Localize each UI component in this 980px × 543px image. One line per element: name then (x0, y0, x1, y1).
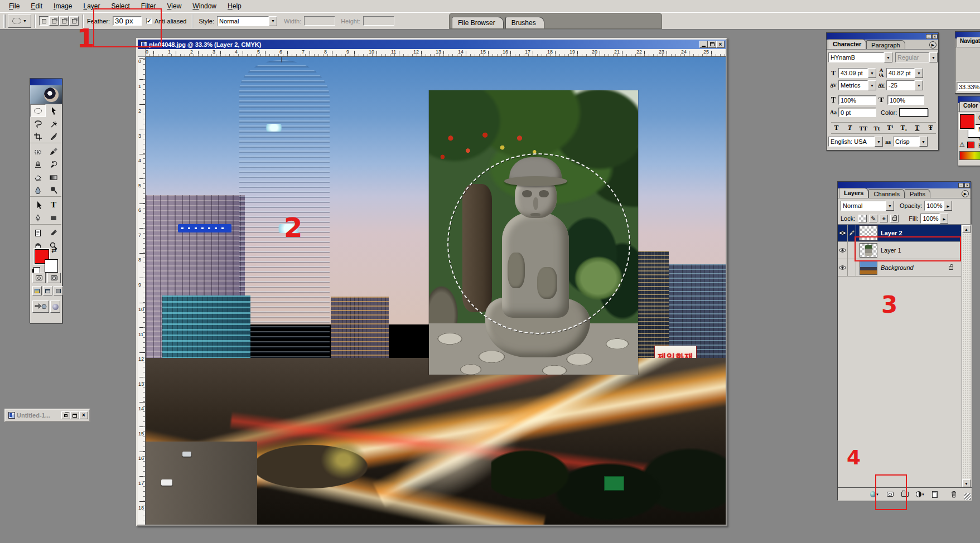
gamut-color-swatch[interactable] (967, 142, 974, 148)
options-bar-grip[interactable] (3, 14, 6, 28)
layer-thumbnail[interactable] (860, 260, 877, 275)
menu-view[interactable]: View (162, 1, 187, 11)
close-button[interactable]: × (932, 34, 938, 39)
color-ramp[interactable] (959, 151, 980, 160)
minimize-button[interactable]: – (926, 34, 931, 39)
tool-brush[interactable] (46, 145, 61, 158)
horizontal-scale-field[interactable]: 100% (887, 95, 924, 105)
close-button[interactable]: × (79, 411, 88, 419)
text-color-swatch[interactable] (899, 108, 928, 117)
fill-field[interactable]: 100%▶ (920, 214, 948, 224)
tab-color[interactable]: Color (959, 101, 980, 111)
tracking-dropdown[interactable]: -25▼ (886, 80, 923, 90)
tab-channels[interactable]: Channels (868, 189, 904, 198)
layer-row-background[interactable]: Background (838, 259, 961, 277)
layer-name[interactable]: Layer 2 (881, 230, 902, 236)
menu-window[interactable]: Window (187, 1, 222, 11)
scroll-up-icon[interactable]: ▲ (962, 225, 971, 233)
maximize-button[interactable] (70, 411, 79, 419)
adjustment-layer-button[interactable]: ▼ (916, 491, 925, 498)
tool-history-brush[interactable] (46, 158, 61, 171)
font-family-dropdown[interactable]: HYnamB▼ (828, 52, 892, 62)
close-button[interactable]: × (716, 41, 725, 48)
navigator-zoom-field[interactable]: 33.33% (957, 82, 980, 91)
swap-colors-icon[interactable]: ⇄ (51, 247, 56, 254)
vertical-scale-field[interactable]: 100% (838, 95, 876, 105)
foreground-color-swatch[interactable] (960, 114, 974, 129)
jump-to-imageready-button[interactable] (32, 300, 49, 313)
tool-slice[interactable] (46, 130, 61, 143)
canvas[interactable]: 제일화재 (146, 57, 726, 525)
tool-elliptical-marquee[interactable] (30, 104, 46, 117)
underline-button[interactable]: T (912, 123, 923, 133)
menu-help[interactable]: Help (222, 1, 247, 11)
language-dropdown[interactable]: English: USA▼ (828, 137, 883, 147)
visibility-toggle[interactable] (838, 259, 848, 277)
tool-move[interactable] (46, 104, 61, 117)
tab-file-browser[interactable]: File Browser (452, 17, 504, 28)
opacity-field[interactable]: 100%▶ (924, 201, 952, 211)
tool-lasso[interactable] (30, 117, 46, 130)
tool-shape[interactable] (46, 211, 61, 224)
gamut-warning-icon[interactable]: ⚠ (959, 141, 965, 148)
selection-mode-add[interactable] (49, 16, 59, 26)
superscript-button[interactable]: T¹ (885, 123, 896, 133)
palette-menu-icon[interactable]: ▶ (929, 41, 936, 49)
tool-crop[interactable] (30, 130, 46, 143)
subscript-button[interactable]: T₁ (899, 123, 909, 133)
fullscreen-menubar-button[interactable] (43, 286, 52, 295)
tab-paragraph[interactable]: Paragraph (866, 40, 905, 49)
tab-paths[interactable]: Paths (905, 189, 930, 198)
background-color-swatch[interactable] (45, 259, 58, 273)
document-titlebar[interactable]: pla04048.jpg @ 33.3% (Layer 2, CMYK) × (138, 40, 726, 49)
menu-file[interactable]: File (3, 1, 25, 11)
minimized-document-window[interactable]: Untitled-1... × (4, 409, 90, 422)
delete-layer-button[interactable] (949, 491, 958, 498)
tab-brushes[interactable]: Brushes (505, 17, 544, 28)
baseline-shift-field[interactable]: 0 pt (838, 108, 876, 117)
menu-image[interactable]: Image (48, 1, 78, 11)
tool-eraser[interactable] (30, 171, 46, 183)
toolbox-titlebar[interactable] (30, 79, 62, 85)
layer-name[interactable]: Background (881, 264, 914, 271)
minimize-button[interactable]: – (958, 183, 964, 188)
small-caps-button[interactable]: Tt (871, 123, 882, 133)
lock-pixels-button[interactable]: ✎ (869, 215, 877, 222)
lock-all-button[interactable] (890, 215, 899, 222)
tool-path-selection[interactable] (30, 198, 46, 211)
tool-healing-brush[interactable] (30, 145, 46, 158)
restore-button[interactable] (61, 411, 70, 419)
visibility-toggle[interactable] (838, 225, 848, 242)
height-input[interactable] (363, 16, 394, 26)
selection-mode-new[interactable] (39, 16, 49, 26)
quick-mask-button[interactable] (47, 273, 61, 283)
tool-magic-wand[interactable] (46, 117, 61, 130)
width-input[interactable] (304, 16, 335, 26)
font-style-dropdown[interactable]: Regular▼ (895, 52, 938, 62)
layers-scrollbar[interactable]: ▲ ▼ (962, 225, 971, 488)
lock-position-button[interactable]: + (880, 215, 888, 222)
selection-mode-subtract[interactable] (59, 16, 69, 26)
tool-preset-picker[interactable]: ▼ (8, 14, 31, 28)
standard-screen-button[interactable] (32, 286, 42, 295)
resize-grip[interactable] (964, 493, 971, 500)
tool-dodge[interactable] (46, 183, 61, 196)
strikethrough-button[interactable]: Ŧ (925, 123, 936, 133)
tab-navigator[interactable]: Navigat (957, 37, 980, 47)
tool-notes[interactable] (30, 226, 46, 239)
new-layer-button[interactable] (930, 491, 939, 498)
anti-alias-dropdown[interactable]: Crisp▼ (893, 137, 928, 147)
link-cell-empty[interactable] (848, 259, 856, 277)
menu-edit[interactable]: Edit (25, 1, 48, 11)
lock-transparency-button[interactable] (858, 215, 867, 222)
standard-mode-button[interactable] (32, 273, 46, 283)
tool-eyedropper[interactable] (46, 226, 61, 239)
tab-character[interactable]: Character (828, 39, 866, 49)
fullscreen-button[interactable] (54, 286, 63, 295)
tool-gradient[interactable] (46, 171, 61, 183)
photoshop-logo[interactable] (30, 85, 62, 104)
tool-type[interactable]: T (46, 198, 61, 211)
maximize-button[interactable] (708, 41, 716, 48)
style-dropdown[interactable]: Normal ▼ (217, 16, 277, 26)
minimize-button[interactable] (699, 41, 708, 48)
